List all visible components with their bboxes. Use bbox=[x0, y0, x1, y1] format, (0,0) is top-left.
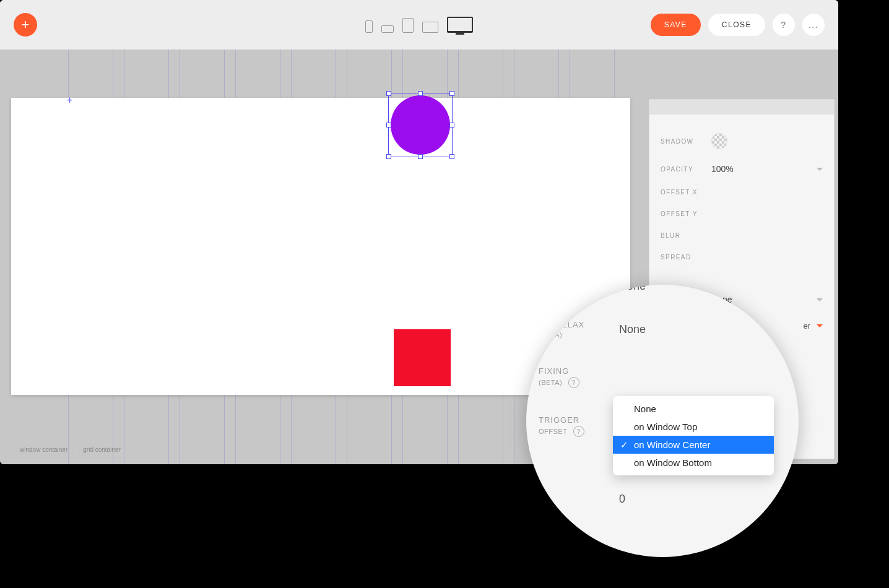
top-toolbar: + SAVE CLOSE ? ... bbox=[0, 0, 838, 50]
resize-handle-sw[interactable] bbox=[386, 154, 391, 159]
device-tablet-landscape-icon[interactable] bbox=[422, 22, 438, 33]
bottom-value: 0 bbox=[619, 493, 625, 506]
dropdown-option[interactable]: on Window Bottom bbox=[613, 454, 774, 472]
fixing-dropdown[interactable] bbox=[619, 375, 799, 379]
blur-label: BLUR bbox=[661, 232, 711, 239]
chevron-down-icon bbox=[817, 168, 823, 171]
resize-handle-se[interactable] bbox=[449, 154, 454, 159]
device-desktop-icon[interactable] bbox=[447, 17, 473, 33]
opacity-dropdown[interactable]: 100% bbox=[711, 164, 823, 174]
breadcrumb: window container grid container bbox=[12, 444, 128, 456]
breadcrumb-item[interactable]: window container bbox=[12, 444, 76, 456]
spread-label: SPREAD bbox=[661, 254, 711, 261]
shadow-label: SHADOW bbox=[661, 138, 711, 145]
dropdown-option[interactable]: on Window Top bbox=[613, 418, 774, 436]
panel-header bbox=[649, 100, 834, 115]
chevron-down-icon bbox=[817, 298, 823, 301]
dropdown-option[interactable]: None bbox=[613, 400, 774, 418]
resize-handle-s[interactable] bbox=[418, 154, 423, 159]
add-button[interactable]: + bbox=[14, 13, 37, 37]
page-artboard[interactable] bbox=[11, 98, 630, 395]
resize-handle-w[interactable] bbox=[386, 123, 391, 128]
fixing-label: FIXING (BETA) ? bbox=[539, 366, 619, 388]
help-button[interactable]: ? bbox=[773, 14, 795, 36]
device-phone-portrait-icon[interactable] bbox=[365, 20, 373, 33]
square-element[interactable] bbox=[394, 329, 451, 386]
resize-handle-nw[interactable] bbox=[386, 91, 391, 96]
resize-handle-e[interactable] bbox=[449, 123, 454, 128]
dropdown-option-selected[interactable]: on Window Center bbox=[613, 436, 774, 454]
device-phone-landscape-icon[interactable] bbox=[381, 25, 394, 33]
fixing-options-menu: None on Window Top on Window Center on W… bbox=[613, 396, 774, 475]
shadow-color-swatch[interactable] bbox=[711, 133, 727, 149]
resize-handle-ne[interactable] bbox=[449, 91, 454, 96]
zoom-magnifier: None PARALLAX (BETA) None FIXING (BETA) … bbox=[526, 285, 799, 557]
opacity-label: OPACITY bbox=[661, 166, 711, 173]
selection-box[interactable] bbox=[388, 93, 453, 157]
offsety-label: OFFSET Y bbox=[661, 210, 711, 217]
resize-handle-n[interactable] bbox=[418, 91, 423, 96]
more-button[interactable]: ... bbox=[802, 14, 825, 36]
device-tablet-portrait-icon[interactable] bbox=[402, 18, 414, 33]
help-icon[interactable]: ? bbox=[573, 426, 584, 437]
save-button[interactable]: SAVE bbox=[651, 14, 701, 36]
help-icon[interactable]: ? bbox=[568, 377, 579, 388]
close-button[interactable]: CLOSE bbox=[708, 14, 765, 36]
plus-icon: + bbox=[22, 17, 30, 33]
chevron-down-icon bbox=[817, 324, 823, 327]
offsetx-label: OFFSET X bbox=[661, 189, 711, 196]
breadcrumb-item[interactable]: grid container bbox=[76, 444, 128, 456]
device-switcher bbox=[365, 17, 473, 33]
trigger-label: TRIGGER OFFSET ? bbox=[539, 415, 619, 437]
opacity-value: 100% bbox=[711, 164, 734, 174]
top-actions: SAVE CLOSE ? ... bbox=[651, 14, 825, 36]
